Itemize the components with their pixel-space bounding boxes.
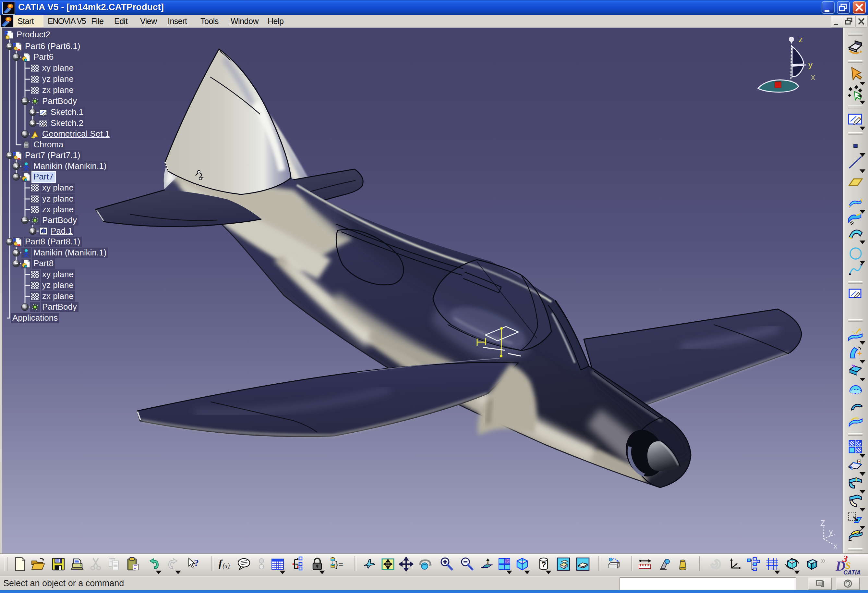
toolbar-drag-handle[interactable] bbox=[848, 433, 862, 436]
toolbar-button-point[interactable] bbox=[847, 137, 865, 155]
tree-item-xy-plane[interactable]: xy plane bbox=[30, 63, 75, 73]
toolbar-button-flatcube[interactable] bbox=[575, 556, 590, 572]
toolbar-button-undo[interactable] bbox=[146, 556, 161, 572]
dropdown-arrow[interactable] bbox=[156, 571, 161, 574]
toolbar-button-foursquare[interactable] bbox=[847, 438, 865, 456]
toolbar-drag-handle[interactable] bbox=[848, 548, 862, 551]
toolbar-button-paste[interactable] bbox=[125, 556, 141, 572]
tree-item-product2[interactable]: PProduct2 bbox=[4, 30, 52, 40]
tree-item-manikin-manikin-1-[interactable]: Manikin (Manikin.1) bbox=[21, 248, 108, 258]
toolbar-button-qcyl[interactable]: ? bbox=[536, 556, 551, 572]
tree-item-yz-plane[interactable]: yz plane bbox=[30, 194, 75, 204]
tree-item-yz-plane[interactable]: yz plane bbox=[30, 74, 75, 84]
toolbar-button-planeicon[interactable] bbox=[847, 173, 865, 191]
toolbar-drag-handle[interactable] bbox=[848, 281, 862, 284]
toolbar-button-fillet2[interactable] bbox=[847, 492, 865, 510]
toolbar-button-swirl[interactable] bbox=[708, 556, 723, 572]
menu-start[interactable]: Start bbox=[18, 15, 34, 27]
toolbar-button-isocube[interactable] bbox=[514, 556, 530, 572]
toolbar-button-print3d[interactable] bbox=[606, 556, 622, 572]
toolbar-button-linkgray[interactable] bbox=[254, 556, 269, 572]
toolbar-button-revolve2[interactable] bbox=[847, 395, 865, 414]
tree-item-sketch-2[interactable]: Sketch.2 bbox=[38, 118, 85, 128]
tree-item-xy-plane[interactable]: xy plane bbox=[30, 183, 75, 193]
status-button-window[interactable] bbox=[808, 577, 832, 590]
toolbar-button-workbench[interactable] bbox=[847, 38, 865, 56]
toolbar-button-line[interactable] bbox=[847, 153, 865, 172]
dropdown-arrow[interactable] bbox=[319, 571, 325, 574]
view-compass[interactable]: z y x bbox=[758, 34, 815, 92]
toolbar-button-ruler[interactable] bbox=[637, 556, 652, 572]
tree-item-manikin-manikin-1-[interactable]: Manikin (Manikin.1) bbox=[21, 161, 108, 171]
toolbar-button-spline[interactable] bbox=[847, 260, 865, 278]
toolbar-drag-handle[interactable] bbox=[848, 60, 862, 63]
toolbar-button-surfarrow[interactable] bbox=[847, 325, 865, 343]
tree-item-chroma[interactable]: Chroma bbox=[21, 140, 65, 149]
tree-item-pad-1[interactable]: Pad.1 bbox=[38, 226, 74, 236]
toolbar-button-planearrow[interactable] bbox=[847, 510, 865, 528]
toolbar-drag-handle[interactable] bbox=[848, 319, 862, 322]
toolbar-button-saw[interactable] bbox=[847, 456, 865, 474]
status-button-knowledge[interactable] bbox=[836, 577, 860, 590]
toolbar-button-fillet1[interactable] bbox=[847, 474, 865, 492]
dropdown-arrow[interactable] bbox=[506, 571, 512, 574]
menu-file[interactable]: File bbox=[91, 15, 103, 27]
toolbar-button-cut[interactable] bbox=[88, 556, 103, 572]
tree-item-sketch-1[interactable]: Sketch.1 bbox=[38, 108, 85, 117]
toolbar-button-axisicon[interactable] bbox=[727, 556, 743, 572]
dropdown-arrow[interactable] bbox=[859, 127, 865, 130]
dropdown-arrow[interactable] bbox=[546, 571, 551, 574]
toolbar-button-helpcursor[interactable]: ? bbox=[186, 556, 202, 572]
toolbar-button-treeicon[interactable] bbox=[290, 556, 306, 572]
toolbar-button-mass[interactable] bbox=[675, 556, 691, 572]
toolbar-button-normalview[interactable] bbox=[480, 556, 496, 572]
airplane-model[interactable] bbox=[96, 49, 802, 513]
toolbar-button-openfolder[interactable] bbox=[30, 556, 46, 572]
toolbar-button-sweep3[interactable] bbox=[847, 224, 865, 243]
toolbar-button-cursor[interactable] bbox=[847, 65, 865, 84]
dropdown-arrow[interactable] bbox=[280, 571, 285, 574]
tree-item-yz-plane[interactable]: yz plane bbox=[30, 281, 75, 290]
toolbar-button-save[interactable] bbox=[50, 556, 66, 572]
toolbar-drag-handle[interactable] bbox=[848, 33, 862, 36]
dropdown-arrow[interactable] bbox=[859, 241, 865, 244]
tree-item-part7[interactable]: Part7 bbox=[21, 172, 55, 182]
tree-item-zx-plane[interactable]: zx plane bbox=[30, 85, 75, 95]
toolbar-button-surfyellow[interactable] bbox=[847, 527, 865, 545]
toolbar-button-airplane[interactable] bbox=[361, 556, 376, 572]
toolbar-button-printer[interactable] bbox=[69, 556, 85, 572]
tree-item-applications[interactable]: Applications bbox=[11, 313, 59, 323]
toolbar-button-table[interactable] bbox=[270, 556, 285, 572]
menu-enovia-v5[interactable]: ENOVIA V5 bbox=[48, 15, 86, 27]
toolbar-button-sketchmini[interactable] bbox=[847, 285, 865, 303]
tree-item-part6-part6-1-[interactable]: PPart6 (Part6.1) bbox=[13, 41, 82, 51]
dropdown-arrow[interactable] bbox=[859, 169, 865, 173]
toolbar-button-fx[interactable]: f(x) bbox=[217, 556, 233, 572]
tree-item-part8-part8-1-[interactable]: PPart8 (Part8.1) bbox=[13, 237, 82, 247]
tree-item-zx-plane[interactable]: zx plane bbox=[30, 291, 75, 301]
tree-item-partbody[interactable]: PartBody bbox=[30, 302, 78, 312]
tree-item-part6[interactable]: Part6 bbox=[21, 52, 55, 62]
toolbar-button-revolve[interactable] bbox=[847, 344, 865, 362]
toolbar-drag-handle[interactable] bbox=[848, 132, 862, 135]
toolbar-button-redo[interactable] bbox=[165, 556, 181, 572]
dropdown-arrow[interactable] bbox=[524, 571, 530, 574]
toolbar-button-sketch[interactable] bbox=[847, 110, 865, 129]
mdi-minimize-button[interactable] bbox=[831, 16, 843, 28]
toolbar-button-grid[interactable] bbox=[765, 556, 780, 572]
tree-item-zx-plane[interactable]: zx plane bbox=[30, 205, 75, 214]
tree-item-part7-part7-1-[interactable]: PPart7 (Part7.1) bbox=[13, 151, 82, 160]
restore-button[interactable] bbox=[837, 1, 850, 13]
command-input[interactable] bbox=[620, 577, 796, 590]
title-bar[interactable]: CATIA V5 - [m14mk2.CATProduct] bbox=[0, 0, 868, 15]
toolbar-button-shadecube[interactable] bbox=[556, 556, 571, 572]
menu-help[interactable]: Help bbox=[267, 15, 283, 27]
toolbar-button-structure[interactable] bbox=[745, 556, 761, 572]
dropdown-arrow[interactable] bbox=[175, 571, 181, 574]
toolbar-button-zoomin[interactable] bbox=[439, 556, 455, 572]
dropdown-arrow[interactable] bbox=[794, 571, 800, 574]
menubar-app-icon[interactable] bbox=[1, 15, 13, 27]
menu-insert[interactable]: Insert bbox=[168, 15, 187, 27]
tree-item-geometrical-set-1[interactable]: Geometrical Set.1 bbox=[30, 129, 111, 139]
menu-view[interactable]: View bbox=[140, 15, 157, 27]
